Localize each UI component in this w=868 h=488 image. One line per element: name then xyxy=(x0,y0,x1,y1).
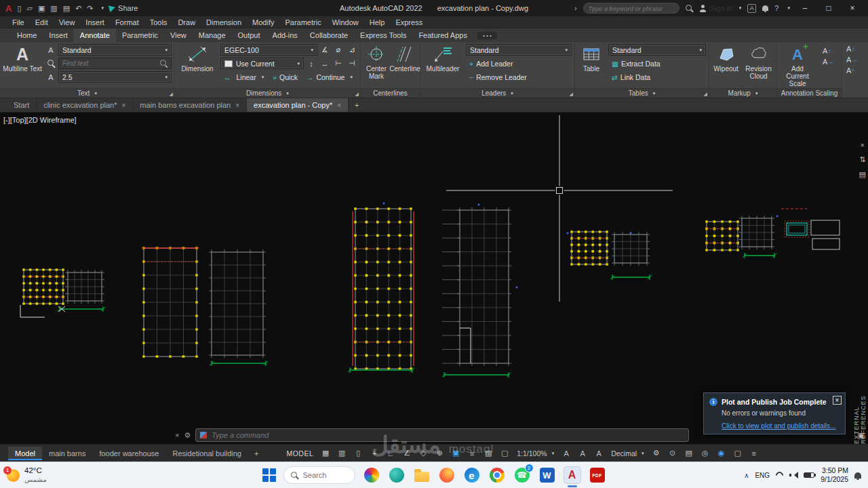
annotation-scale-button[interactable]: 1:1/100% ▾ xyxy=(513,449,558,458)
plot-icon[interactable]: ▤ xyxy=(63,4,70,13)
find-text-input[interactable] xyxy=(62,60,160,67)
tab-output[interactable]: Output xyxy=(232,28,267,42)
dimensions-dialog-launcher-icon[interactable]: ◢ xyxy=(355,92,359,97)
tab-home[interactable]: Home xyxy=(11,28,43,42)
weather-widget[interactable]: 1 42°C مشمس xyxy=(7,466,47,484)
taskbar-app-file-explorer[interactable] xyxy=(413,466,431,484)
help-search-input[interactable] xyxy=(589,5,674,12)
panel-markup-footer[interactable]: Markup ▾ xyxy=(709,88,776,98)
action-center-icon[interactable] xyxy=(854,472,861,479)
file-tab-main-barns-close-icon[interactable]: × xyxy=(235,102,239,109)
dim-style-combo[interactable]: EGEC-100 ▾ xyxy=(220,44,317,56)
save-icon[interactable]: ▣ xyxy=(38,4,45,13)
tab-express-tools[interactable]: Express Tools xyxy=(354,28,412,42)
speaker-icon[interactable] xyxy=(789,471,797,479)
new-file-icon[interactable]: ▯ xyxy=(17,4,21,13)
menu-draw[interactable]: Draw xyxy=(172,18,201,26)
ribbon-overflow-button[interactable]: • • • xyxy=(477,32,497,39)
notification-close-icon[interactable]: × xyxy=(833,396,842,405)
isodraft-icon[interactable]: ◇ xyxy=(415,447,431,460)
taskbar-app-acrobat[interactable]: PDF xyxy=(589,466,606,484)
quick-dim-button[interactable]: » Quick xyxy=(269,71,301,83)
clock-widget[interactable]: 3:50 PM 9/1/2025 xyxy=(821,466,848,484)
tab-annotate[interactable]: Annotate xyxy=(74,28,116,42)
dim-inspect-icon[interactable]: ⊣ xyxy=(347,58,357,69)
menu-help[interactable]: Help xyxy=(364,18,391,26)
tab-manage[interactable]: Manage xyxy=(193,28,232,42)
dim-break-icon[interactable]: ↕ xyxy=(306,58,317,69)
wipeout-button[interactable]: Wipeout xyxy=(712,44,740,88)
new-drawing-tab-button[interactable]: + xyxy=(349,98,365,112)
redo-icon[interactable]: ↷ xyxy=(87,4,93,13)
lineweight-icon[interactable]: ≡ xyxy=(464,447,480,460)
dimension-button[interactable]: Dimension xyxy=(178,44,217,88)
panel-dimensions-footer[interactable]: Dimensions ▾ xyxy=(175,88,360,98)
annotation-scale-list-icon[interactable]: A xyxy=(591,447,607,460)
center-mark-button[interactable]: Center Mark xyxy=(363,44,389,88)
menu-dimension[interactable]: Dimension xyxy=(201,18,247,26)
help-caret-icon[interactable]: ▾ xyxy=(787,5,790,11)
notification-link[interactable]: Click to view plot and publish details..… xyxy=(722,422,835,430)
tray-chevron-icon[interactable]: ∧ xyxy=(744,472,749,479)
taskbar-app-word[interactable]: W xyxy=(538,466,556,484)
dynamic-input-icon[interactable]: + xyxy=(366,447,382,460)
table-style-combo[interactable]: Standard ▾ xyxy=(608,44,706,56)
open-file-icon[interactable]: ▱ xyxy=(26,4,32,13)
tables-dialog-launcher-icon[interactable]: ◢ xyxy=(704,92,707,97)
menu-format[interactable]: Format xyxy=(110,18,144,26)
multileader-button[interactable]: Multileader xyxy=(423,44,462,88)
dim-angular-icon[interactable]: ∡ xyxy=(319,45,330,56)
text-style-combo[interactable]: Standard ▾ xyxy=(58,44,172,56)
find-text-field[interactable] xyxy=(58,58,172,69)
taskbar-search-input[interactable] xyxy=(303,471,348,479)
snap-icon[interactable]: ▥ xyxy=(334,447,350,460)
taskbar-search-box[interactable] xyxy=(283,466,355,484)
command-input-box[interactable] xyxy=(195,428,689,442)
menu-express[interactable]: Express xyxy=(390,18,428,26)
osnap-icon[interactable]: ▣ xyxy=(448,447,464,460)
notifications-icon[interactable] xyxy=(762,5,768,11)
undo-icon[interactable]: ↶ xyxy=(75,4,81,13)
linear-dim-button[interactable]: ↔ Linear ▾ xyxy=(220,71,267,83)
language-indicator[interactable]: ENG xyxy=(755,472,770,479)
panel-centerlines-footer[interactable]: Centerlines xyxy=(361,88,420,98)
add-delete-scales-icon[interactable]: A↕ xyxy=(823,47,833,55)
revision-cloud-button[interactable]: Revision Cloud xyxy=(743,44,774,88)
taskbar-app-browser[interactable] xyxy=(363,466,380,484)
add-current-scale-button[interactable]: A + Add Current Scale xyxy=(780,44,815,88)
tab-collaborate[interactable]: Collaborate xyxy=(304,28,354,42)
layout-tab-main-barns[interactable]: main barns xyxy=(42,447,92,460)
leader-style-combo[interactable]: Standard ▾ xyxy=(466,44,572,56)
customization-icon[interactable]: ≡ xyxy=(746,447,762,460)
file-tab-start[interactable]: Start xyxy=(7,98,37,112)
start-button[interactable] xyxy=(262,468,276,482)
autoscale-icon[interactable]: A xyxy=(574,447,591,460)
sync-scale-positions-icon[interactable]: A↔ xyxy=(823,58,833,66)
taskbar-app-autocad[interactable]: A xyxy=(564,466,581,484)
graphics-performance-icon[interactable]: ◉ xyxy=(713,447,730,460)
drawing-area[interactable]: [-][Top][2D Wireframe] × ⇅ ▤ EXTERNAL RE… xyxy=(0,113,868,444)
dim-space-icon[interactable]: ↔ xyxy=(319,58,330,69)
model-space-button[interactable]: MODEL xyxy=(286,449,313,458)
app-store-icon[interactable]: A xyxy=(747,4,756,13)
ortho-icon[interactable]: ∟ xyxy=(382,447,399,460)
file-tab-excavation-copy-close-icon[interactable]: × xyxy=(337,102,341,109)
taskbar-app-chrome[interactable] xyxy=(488,466,506,484)
panel-annotation-scaling-footer[interactable]: Annotation Scaling xyxy=(777,88,842,98)
new-layout-button[interactable]: + xyxy=(248,449,264,458)
panel-text-footer[interactable]: Text ▾ xyxy=(0,88,174,98)
link-data-button[interactable]: ⇄ Link Data xyxy=(608,71,706,83)
add-leader-button[interactable]: + Add Leader xyxy=(466,58,572,69)
tab-featured-apps[interactable]: Featured Apps xyxy=(412,28,473,42)
search-icon[interactable] xyxy=(686,5,693,12)
clean-screen-icon[interactable]: ▢ xyxy=(730,447,746,460)
layout-tab-model[interactable]: Model xyxy=(8,447,42,460)
xref-sheet-icon[interactable]: ▣ xyxy=(858,431,865,440)
leaders-dialog-launcher-icon[interactable]: ◢ xyxy=(570,92,573,97)
wifi-icon[interactable] xyxy=(774,470,785,481)
taskbar-app-edge[interactable]: e xyxy=(463,466,481,484)
taskbar-app-firefox[interactable] xyxy=(438,466,456,484)
viewport-close-icon[interactable]: × xyxy=(861,141,865,149)
table-button[interactable]: Table xyxy=(578,44,605,88)
command-customize-icon[interactable]: ⚙ xyxy=(184,431,191,440)
